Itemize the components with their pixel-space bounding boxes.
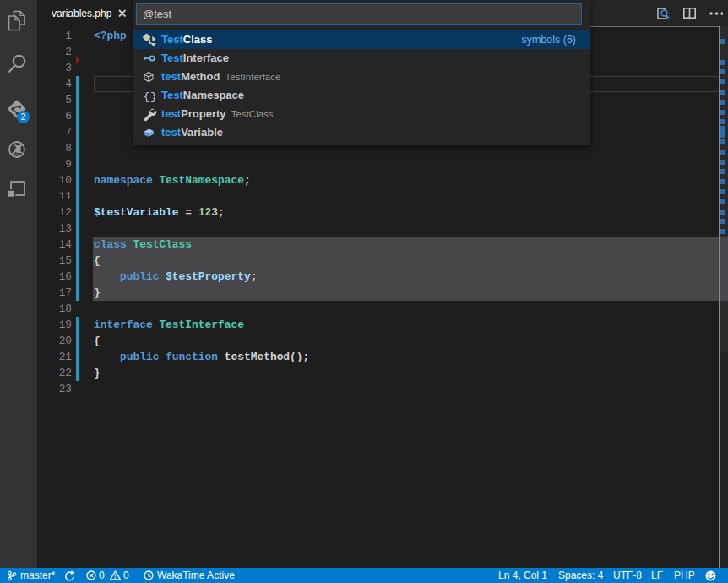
svg-text:{: { <box>144 90 150 103</box>
svg-text:}: } <box>150 90 155 103</box>
